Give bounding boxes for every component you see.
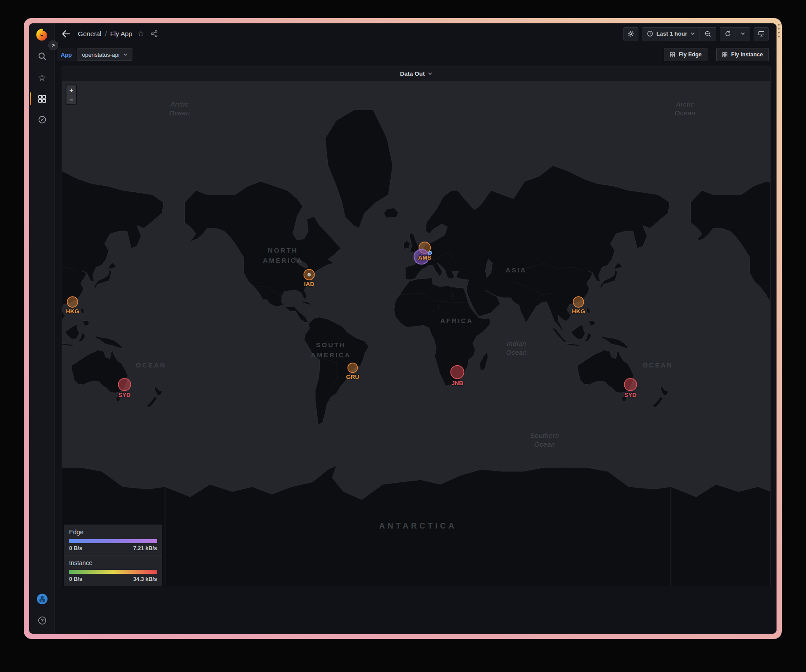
breadcrumb-page[interactable]: Fly App: [110, 30, 132, 37]
world-map-canvas[interactable]: HKGHKGIADAMSGRUJNBSYDSYD Arctic OceanArc…: [62, 81, 770, 586]
explore-compass-icon[interactable]: [29, 111, 55, 129]
panel-title-menu[interactable]: Data Out: [62, 66, 770, 81]
map-legend: Edge 0 B/s 7.21 kB/s Instance: [64, 525, 162, 586]
refresh-interval-caret[interactable]: [736, 28, 750, 40]
help-icon[interactable]: ?: [29, 612, 55, 629]
search-icon[interactable]: [29, 48, 55, 65]
sidebar-expand-button[interactable]: >: [48, 40, 58, 50]
svg-text:?: ?: [40, 618, 44, 623]
app-variable-value: openstatus-api: [82, 51, 119, 58]
legend-title: Edge: [69, 529, 157, 536]
svg-text:JNB: JNB: [451, 380, 463, 386]
variables-row: App openstatus-api Fly Edge: [55, 44, 777, 65]
user-avatar[interactable]: [29, 590, 55, 608]
legend-min: 0 B/s: [69, 545, 82, 551]
legend-max: 34.3 kB/s: [133, 576, 157, 582]
cycle-view-mode-button[interactable]: [754, 27, 769, 40]
panel-title: Data Out: [400, 70, 425, 77]
svg-text:HKG: HKG: [66, 308, 79, 315]
zoom-out-time-button[interactable]: [700, 28, 716, 40]
app-variable-dropdown[interactable]: openstatus-api: [77, 48, 132, 61]
legend-min: 0 B/s: [69, 576, 82, 582]
fly-edge-link-button[interactable]: Fly Edge: [664, 48, 707, 61]
breadcrumb: General / Fly App: [78, 30, 132, 37]
sidebar-item-dashboards[interactable]: [29, 90, 55, 107]
time-range-label: Last 1 hour: [656, 30, 687, 37]
legend-section-instance: Instance 0 B/s 34.3 kB/s: [64, 555, 162, 586]
starred-dashboards-icon[interactable]: ☆: [29, 69, 55, 87]
time-range-group: Last 1 hour: [642, 27, 716, 40]
svg-text:SYD: SYD: [118, 392, 131, 398]
svg-text:GRU: GRU: [346, 374, 359, 380]
map-zoom-in-button[interactable]: +: [66, 85, 76, 95]
top-navbar: General / Fly App ☆: [55, 23, 777, 44]
favorite-star-icon[interactable]: ☆: [138, 29, 144, 38]
legend-max: 7.21 kB/s: [133, 545, 157, 551]
svg-text:SYD: SYD: [624, 392, 637, 398]
refresh-button[interactable]: [720, 28, 736, 40]
fly-edge-label: Fly Edge: [679, 51, 702, 58]
geomap-panel: Data Out HKGHKGIADAMSGRUJNBSYDSYD Arctic…: [62, 66, 771, 586]
active-section-indicator: [30, 92, 31, 105]
map-zoom-control: + −: [66, 84, 77, 105]
legend-gradient-bar: [69, 570, 157, 574]
fly-instance-label: Fly Instance: [731, 51, 763, 58]
share-icon[interactable]: [150, 30, 158, 37]
legend-gradient-bar: [69, 539, 157, 543]
dashboard-area: Data Out HKGHKGIADAMSGRUJNBSYDSYD Arctic…: [55, 65, 777, 634]
breadcrumb-section[interactable]: General: [78, 30, 101, 37]
variable-label: App: [57, 48, 76, 61]
refresh-group: [720, 27, 750, 40]
map-zoom-out-button[interactable]: −: [66, 95, 76, 104]
svg-text:HKG: HKG: [572, 308, 585, 315]
breadcrumb-separator: /: [105, 30, 106, 37]
legend-section-edge: Edge 0 B/s 7.21 kB/s: [64, 525, 162, 555]
back-arrow-button[interactable]: [61, 29, 73, 39]
fly-instance-link-button[interactable]: Fly Instance: [716, 48, 769, 61]
time-range-picker[interactable]: Last 1 hour: [642, 28, 700, 40]
sidebar: > ☆: [29, 23, 55, 634]
window-grip-dots: [778, 24, 780, 37]
svg-text:IAD: IAD: [304, 281, 315, 287]
svg-text:AMS: AMS: [418, 254, 431, 261]
app-window: > ☆: [24, 18, 782, 639]
geomap-svg: HKGHKGIADAMSGRUJNBSYDSYD: [62, 81, 770, 586]
legend-title: Instance: [69, 559, 157, 566]
dashboard-settings-gear-button[interactable]: [623, 27, 638, 40]
